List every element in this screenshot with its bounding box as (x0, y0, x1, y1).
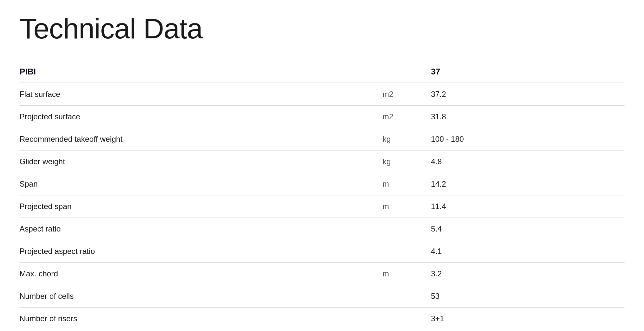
table-row: Projected surfacem231.8 (19, 105, 625, 128)
row-label: Aspect ratio (19, 218, 382, 240)
row-value: 100 - 180 (431, 128, 625, 150)
row-unit (382, 307, 431, 330)
row-value: EN / LTF B (431, 330, 625, 331)
table-row: Glider weightkg4.8 (19, 150, 625, 173)
row-unit (382, 240, 431, 262)
row-label: Recommended takeoff weight (19, 128, 382, 150)
row-value: 37.2 (431, 83, 625, 106)
table-row: Aspect ratio5.4 (19, 218, 625, 240)
row-value: 11.4 (431, 195, 625, 218)
row-unit: kg (382, 150, 431, 173)
table-row: Recommended takeoff weightkg100 - 180 (19, 128, 625, 150)
header-unit (382, 61, 431, 83)
row-unit: m (382, 195, 431, 218)
row-unit: m (382, 173, 431, 195)
row-label: Span (19, 173, 382, 195)
row-label: Number of cells (19, 285, 382, 307)
row-label: Flat surface (19, 83, 382, 106)
row-unit (382, 285, 431, 307)
row-value: 3.2 (431, 262, 625, 285)
table-row: Projected aspect ratio4.1 (19, 240, 625, 262)
row-label: Projected aspect ratio (19, 240, 382, 262)
row-value: 14.2 (431, 173, 625, 195)
table-row: Projected spanm11.4 (19, 195, 625, 218)
table-row: Flat surfacem237.2 (19, 83, 625, 106)
header-label: PIBI (19, 61, 382, 83)
row-unit (382, 218, 431, 240)
technical-data-table: PIBI 37 Flat surfacem237.2Projected surf… (19, 61, 625, 331)
row-value: 3+1 (431, 307, 625, 330)
row-value: 31.8 (431, 105, 625, 128)
table-header-row: PIBI 37 (19, 61, 625, 83)
row-label: Max. chord (19, 262, 382, 285)
row-label: Projected span (19, 195, 382, 218)
table-row: CertificationEN / LTF B (19, 330, 625, 331)
row-unit: m2 (382, 105, 431, 128)
row-label: Number of risers (19, 307, 382, 330)
row-value: 4.8 (431, 150, 625, 173)
row-label: Certification (19, 330, 382, 331)
row-unit (382, 330, 431, 331)
row-value: 5.4 (431, 218, 625, 240)
table-row: Number of risers3+1 (19, 307, 625, 330)
row-label: Glider weight (19, 150, 382, 173)
page-title: Technical Data (19, 13, 625, 45)
header-value: 37 (431, 61, 625, 83)
row-unit: m2 (382, 83, 431, 106)
row-label: Projected surface (19, 105, 382, 128)
row-unit: kg (382, 128, 431, 150)
row-value: 53 (431, 285, 625, 307)
row-value: 4.1 (431, 240, 625, 262)
row-unit: m (382, 262, 431, 285)
table-row: Max. chordm3.2 (19, 262, 625, 285)
table-row: Number of cells53 (19, 285, 625, 307)
table-row: Spanm14.2 (19, 173, 625, 195)
